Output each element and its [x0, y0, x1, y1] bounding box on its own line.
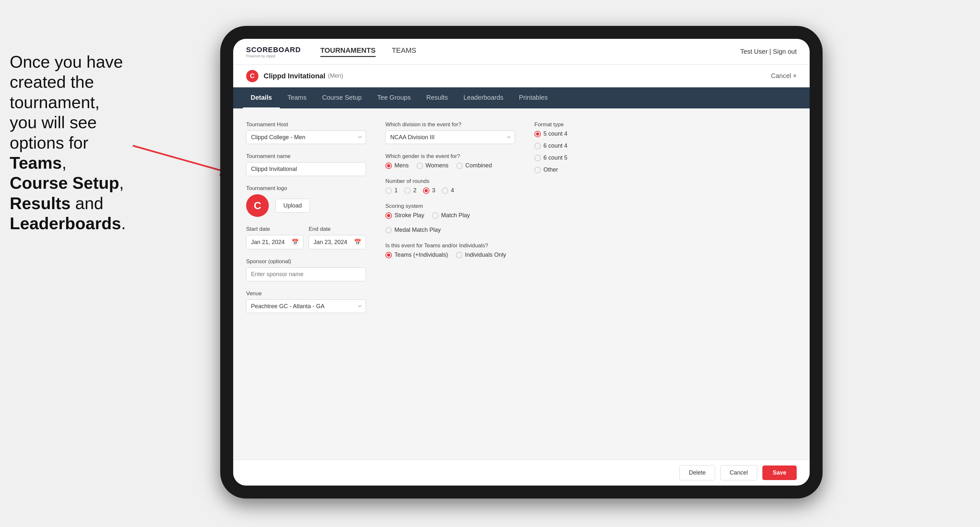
division-label: Which division is the event for?: [385, 121, 515, 128]
tab-tee-groups[interactable]: Tee Groups: [369, 87, 418, 108]
format-6count4[interactable]: 6 count 4: [535, 143, 644, 149]
scoring-medal-match-radio[interactable]: [385, 227, 392, 233]
rounds-3-label: 3: [432, 187, 435, 194]
teams-plus-radio[interactable]: [385, 252, 392, 258]
teams-plus-individuals[interactable]: Teams (+Individuals): [385, 252, 448, 258]
rounds-2-label: 2: [413, 187, 417, 194]
intro-text: Once you have created the tournament, yo…: [0, 45, 172, 240]
scoring-field: Scoring system Stroke Play Match Play: [385, 203, 515, 233]
gender-label: Which gender is the event for?: [385, 153, 515, 160]
scoring-match[interactable]: Match Play: [432, 212, 470, 219]
division-field: Which division is the event for? NCAA Di…: [385, 121, 515, 144]
rounds-4-radio[interactable]: [442, 187, 448, 194]
tab-details[interactable]: Details: [243, 87, 280, 108]
save-button[interactable]: Save: [762, 465, 797, 480]
tablet-device: SCOREBOARD Powered by clippd TOURNAMENTS…: [220, 26, 822, 498]
scoring-stroke-radio[interactable]: [385, 212, 392, 219]
sponsor-label: Sponsor (optional): [246, 258, 366, 265]
individuals-only-radio[interactable]: [456, 252, 463, 258]
format-5count4-radio[interactable]: [535, 131, 541, 137]
form-layout: Tournament Host Clippd College - Men Tou…: [246, 121, 797, 322]
rounds-4[interactable]: 4: [442, 187, 454, 194]
main-content: Tournament Host Clippd College - Men Tou…: [233, 108, 810, 460]
start-date-field: Start date Jan 21, 2024 📅: [246, 226, 304, 249]
gender-mens-radio[interactable]: [385, 162, 392, 169]
teams-individuals-label: Is this event for Teams and/or Individua…: [385, 243, 515, 249]
tournament-name-input[interactable]: [246, 162, 366, 176]
rounds-1[interactable]: 1: [385, 187, 398, 194]
scoring-match-label: Match Play: [441, 212, 470, 219]
scoring-medal-match[interactable]: Medal Match Play: [385, 227, 441, 233]
scoring-label: Scoring system: [385, 203, 515, 210]
tab-bar: Details Teams Course Setup Tee Groups Re…: [233, 87, 810, 108]
rounds-3[interactable]: 3: [423, 187, 435, 194]
sponsor-field: Sponsor (optional): [246, 258, 366, 281]
tab-printables[interactable]: Printables: [511, 87, 555, 108]
rounds-label: Number of rounds: [385, 178, 515, 184]
format-other-radio[interactable]: [535, 167, 541, 173]
gender-combined-radio[interactable]: [456, 162, 463, 169]
upload-button[interactable]: Upload: [275, 199, 310, 213]
venue-select[interactable]: Peachtree GC - Atlanta - GA: [246, 300, 366, 313]
logo-sub: Powered by clippd: [246, 54, 301, 58]
format-6count4-radio[interactable]: [535, 143, 541, 149]
tournament-name: Clippd Invitational: [264, 72, 326, 80]
rounds-1-radio[interactable]: [385, 187, 392, 194]
nav-tournaments[interactable]: TOURNAMENTS: [320, 46, 375, 57]
calendar-icon-2: 📅: [354, 238, 361, 246]
format-other[interactable]: Other: [535, 167, 644, 173]
rounds-2[interactable]: 2: [404, 187, 417, 194]
center-column: Which division is the event for? NCAA Di…: [385, 121, 515, 322]
nav-teams[interactable]: TEAMS: [392, 46, 417, 57]
rounds-3-radio[interactable]: [423, 187, 430, 194]
tournament-logo-field: Tournament logo C Upload: [246, 185, 366, 217]
tab-results[interactable]: Results: [418, 87, 456, 108]
gender-mens-label: Mens: [395, 162, 409, 169]
tournament-host-field: Tournament Host Clippd College - Men: [246, 121, 366, 144]
format-type-label: Format type: [535, 121, 644, 128]
sponsor-input[interactable]: [246, 267, 366, 281]
delete-button[interactable]: Delete: [679, 465, 715, 480]
format-6count4-label: 6 count 4: [543, 143, 567, 149]
start-date-input[interactable]: Jan 21, 2024 📅: [246, 235, 304, 249]
scoring-radio-group: Stroke Play Match Play Medal Match Play: [385, 212, 515, 233]
tab-leaderboards[interactable]: Leaderboards: [456, 87, 511, 108]
format-type-radio-group: 5 count 4 6 count 4 6 count 5: [535, 130, 644, 173]
end-date-input[interactable]: Jan 23, 2024 📅: [309, 235, 366, 249]
scoring-medal-match-label: Medal Match Play: [395, 227, 441, 233]
logo-area: SCOREBOARD Powered by clippd: [246, 46, 301, 58]
tournament-sub: (Men): [328, 73, 343, 79]
tab-teams[interactable]: Teams: [280, 87, 315, 108]
end-date-field: End date Jan 23, 2024 📅: [309, 226, 366, 249]
gender-mens[interactable]: Mens: [385, 162, 409, 169]
format-6count5-radio[interactable]: [535, 155, 541, 161]
gender-combined[interactable]: Combined: [456, 162, 492, 169]
tournament-host-select[interactable]: Clippd College - Men: [246, 130, 366, 144]
format-5count4[interactable]: 5 count 4: [535, 130, 644, 137]
cancel-button[interactable]: Cancel: [720, 465, 757, 480]
venue-field: Venue Peachtree GC - Atlanta - GA: [246, 290, 366, 313]
date-fields: Start date Jan 21, 2024 📅 End date Jan 2…: [246, 226, 366, 249]
scoring-stroke-label: Stroke Play: [395, 212, 424, 219]
tournament-name-field: Tournament name: [246, 153, 366, 176]
logo-preview: C: [246, 194, 269, 217]
individuals-only-label: Individuals Only: [465, 252, 506, 258]
end-date-label: End date: [309, 226, 366, 232]
gender-womens-radio[interactable]: [417, 162, 423, 169]
scoring-stroke[interactable]: Stroke Play: [385, 212, 424, 219]
tab-course-setup[interactable]: Course Setup: [315, 87, 369, 108]
rounds-2-radio[interactable]: [404, 187, 410, 194]
top-nav: SCOREBOARD Powered by clippd TOURNAMENTS…: [233, 39, 810, 65]
individuals-only[interactable]: Individuals Only: [456, 252, 506, 258]
format-6count5[interactable]: 6 count 5: [535, 154, 644, 161]
cancel-x-button[interactable]: Cancel ×: [771, 72, 797, 79]
user-sign-out[interactable]: Test User | Sign out: [740, 48, 797, 55]
tournament-bar: C Clippd Invitational (Men) Cancel ×: [233, 65, 810, 87]
rounds-1-label: 1: [395, 187, 398, 194]
gender-womens[interactable]: Womens: [417, 162, 449, 169]
gender-field: Which gender is the event for? Mens Wome…: [385, 153, 515, 169]
tournament-host-label: Tournament Host: [246, 121, 366, 128]
scoring-match-radio[interactable]: [432, 212, 439, 219]
format-type-field: Format type 5 count 4 6 count 4: [535, 121, 644, 173]
division-select[interactable]: NCAA Division III: [385, 130, 515, 144]
